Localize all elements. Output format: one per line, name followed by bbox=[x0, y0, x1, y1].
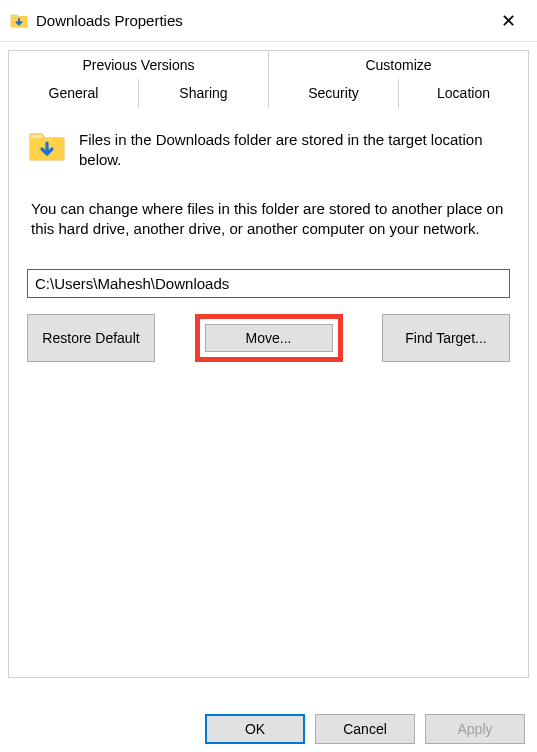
close-icon: ✕ bbox=[501, 10, 516, 32]
apply-button[interactable]: Apply bbox=[425, 714, 525, 744]
tab-location[interactable]: Location bbox=[399, 79, 529, 108]
tab-customize[interactable]: Customize bbox=[269, 50, 529, 79]
tab-security[interactable]: Security bbox=[269, 79, 399, 108]
find-target-button[interactable]: Find Target... bbox=[382, 314, 510, 362]
move-button[interactable]: Move... bbox=[205, 324, 333, 352]
tab-sharing[interactable]: Sharing bbox=[139, 79, 269, 108]
move-highlight: Move... bbox=[195, 314, 343, 362]
window-title: Downloads Properties bbox=[36, 12, 487, 29]
cancel-button[interactable]: Cancel bbox=[315, 714, 415, 744]
description-text: You can change where files in this folde… bbox=[27, 199, 510, 240]
info-text: Files in the Downloads folder are stored… bbox=[79, 126, 510, 171]
downloads-folder-large-icon bbox=[27, 126, 67, 166]
tab-content-location: Files in the Downloads folder are stored… bbox=[8, 108, 529, 678]
location-buttons-row: Restore Default Move... Find Target... bbox=[27, 314, 510, 362]
tab-previous-versions[interactable]: Previous Versions bbox=[8, 50, 269, 79]
tab-general[interactable]: General bbox=[8, 79, 139, 108]
info-row: Files in the Downloads folder are stored… bbox=[27, 126, 510, 171]
close-button[interactable]: ✕ bbox=[487, 2, 529, 40]
downloads-folder-icon bbox=[10, 12, 28, 30]
path-input[interactable] bbox=[27, 269, 510, 298]
tab-row-2: General Sharing Security Location bbox=[8, 79, 529, 108]
tabs-container: Previous Versions Customize General Shar… bbox=[0, 42, 537, 108]
ok-button[interactable]: OK bbox=[205, 714, 305, 744]
dialog-footer: OK Cancel Apply bbox=[0, 714, 537, 744]
restore-default-button[interactable]: Restore Default bbox=[27, 314, 155, 362]
tab-row-1: Previous Versions Customize bbox=[8, 50, 529, 79]
titlebar: Downloads Properties ✕ bbox=[0, 0, 537, 42]
